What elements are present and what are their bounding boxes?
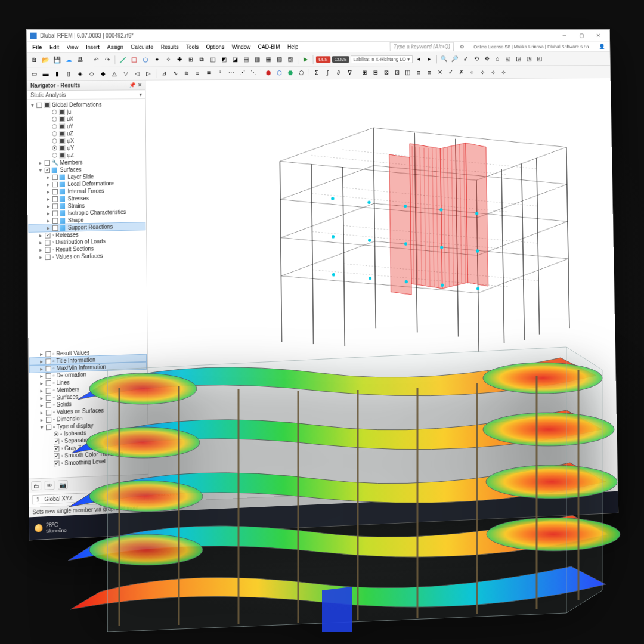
analysis-type-combo[interactable]: Static Analysis▾ <box>27 90 145 100</box>
tool-icon[interactable]: ▬ <box>41 69 51 79</box>
tool-icon[interactable]: ⊠ <box>381 67 391 77</box>
taskbar-weather[interactable]: 28°C Slunečno <box>35 521 66 534</box>
view-selector[interactable]: 1 - Global XYZ▾ <box>32 490 145 504</box>
nav-prev-icon[interactable]: ◂ <box>414 54 423 64</box>
menu-view[interactable]: View <box>63 43 82 51</box>
pin-icon[interactable]: 📌 <box>129 82 135 88</box>
tool-icon[interactable]: ⌂ <box>493 54 501 63</box>
tool-icon[interactable]: ⟐ <box>467 67 476 77</box>
menu-results[interactable]: Results <box>157 43 182 51</box>
tool-icon[interactable]: ≡ <box>193 69 202 79</box>
tool-icon[interactable]: ▭ <box>29 69 39 79</box>
tool-icon[interactable]: ⋱ <box>249 68 258 78</box>
tool-icon[interactable]: ⧉ <box>197 55 206 65</box>
tool-icon[interactable]: ◩ <box>219 55 229 64</box>
tool-icon[interactable]: ⬡ <box>275 68 284 78</box>
tool-icon[interactable]: ◰ <box>535 54 544 63</box>
nav-view-camera-icon[interactable]: 📷 <box>58 480 68 490</box>
menu-assign[interactable]: Assign <box>104 43 126 51</box>
tool-icon[interactable]: ⧇ <box>425 67 434 77</box>
tool-icon[interactable]: ✚ <box>174 55 184 65</box>
tool-icon[interactable]: ⊿ <box>159 69 169 79</box>
tool-icon[interactable]: ⊞ <box>185 55 195 65</box>
tool-icon[interactable]: ✓ <box>446 67 456 77</box>
cloud-save-icon[interactable]: ☁ <box>64 55 74 65</box>
calculate-icon[interactable]: ▶ <box>301 54 310 64</box>
tool-icon[interactable]: ◫ <box>208 55 218 65</box>
menu-window[interactable]: Window <box>228 43 253 51</box>
tool-icon[interactable]: ∇ <box>345 68 354 78</box>
tool-icon[interactable]: ▨ <box>286 54 295 64</box>
tool-icon[interactable]: ◈ <box>75 69 85 79</box>
tool-icon[interactable] <box>141 55 150 65</box>
tool-icon[interactable]: ◱ <box>503 54 512 63</box>
co-badge[interactable]: CO25 <box>332 56 349 63</box>
tool-icon[interactable]: ⟢ <box>488 67 497 77</box>
user-icon[interactable]: 👤 <box>596 42 608 50</box>
tool-icon[interactable]: ▮ <box>52 69 63 79</box>
menu-file[interactable]: File <box>29 43 45 51</box>
tool-icon[interactable]: ⊟ <box>370 67 380 77</box>
tool-icon[interactable]: ⊡ <box>392 67 402 77</box>
nav-next-icon[interactable]: ▸ <box>425 54 434 64</box>
results-tree[interactable]: ▾🔳 Global Deformations 🔳|u| 🔳uX 🔳uY 🔳uZ … <box>27 99 148 479</box>
menu-options[interactable]: Options <box>203 43 227 51</box>
tool-icon[interactable]: ≋ <box>181 69 191 79</box>
tool-icon[interactable]: ◳ <box>524 54 533 63</box>
uls-badge[interactable]: ULS <box>316 56 330 63</box>
tool-icon[interactable]: ▧ <box>274 54 284 64</box>
tool-icon[interactable]: ⟲ <box>472 54 481 64</box>
menu-calculate[interactable]: Calculate <box>128 43 157 51</box>
tool-icon[interactable]: ⤢ <box>461 54 470 64</box>
menu-edit[interactable]: Edit <box>47 43 63 51</box>
redo-icon[interactable]: ↷ <box>102 55 112 65</box>
tool-icon[interactable]: ∿ <box>170 69 179 79</box>
nav-view-eye-icon[interactable]: 👁 <box>45 481 55 490</box>
tool-icon[interactable]: ⋯ <box>226 68 236 78</box>
tool-icon[interactable] <box>129 55 139 65</box>
panel-close-icon[interactable]: ✕ <box>138 82 142 88</box>
tool-icon[interactable]: ◲ <box>514 54 523 63</box>
print-icon[interactable]: 🖶 <box>75 55 85 65</box>
tool-icon[interactable]: ⬢ <box>264 68 273 78</box>
loadcase-combo[interactable]: Labilität in X-Richtung LO▾ <box>351 55 413 63</box>
tool-icon[interactable]: ✗ <box>457 67 466 77</box>
save-icon[interactable]: 💾 <box>52 55 62 65</box>
tool-icon[interactable]: ⋰ <box>237 68 247 78</box>
navigator-title[interactable]: Navigator - Results 📌✕ <box>27 80 145 91</box>
tool-icon[interactable] <box>118 55 128 65</box>
keyword-search[interactable]: Type a keyword (Alt+Q) <box>390 42 454 51</box>
tool-icon[interactable]: 🔍 <box>439 54 449 64</box>
materials-panel-label[interactable]: Materials <box>154 488 182 499</box>
maximize-button[interactable]: ▢ <box>573 30 590 41</box>
tool-icon[interactable]: ◪ <box>230 54 240 64</box>
tool-icon[interactable]: ≣ <box>204 68 213 78</box>
tool-icon[interactable]: ▤ <box>242 54 251 64</box>
tool-icon[interactable]: ✧ <box>163 55 173 65</box>
new-icon[interactable]: 🗎 <box>29 55 39 65</box>
model-viewport[interactable]: Materials <box>145 78 617 502</box>
tool-icon[interactable]: ◁ <box>132 69 142 79</box>
undo-icon[interactable]: ↶ <box>91 55 100 65</box>
settings-icon[interactable]: ⚙ <box>457 42 467 50</box>
tool-icon[interactable]: ∫ <box>323 68 332 78</box>
open-icon[interactable]: 📂 <box>41 55 51 65</box>
tool-icon[interactable]: ✦ <box>152 55 162 65</box>
tool-icon[interactable]: ▽ <box>121 69 131 79</box>
nav-view-data-icon[interactable]: 🗀 <box>31 481 41 491</box>
tool-icon[interactable]: △ <box>109 69 119 79</box>
tool-icon[interactable]: ⟣ <box>499 67 508 77</box>
tool-icon[interactable]: ✕ <box>435 67 445 77</box>
tool-icon[interactable]: 🔎 <box>450 54 460 64</box>
tool-icon[interactable]: ▯ <box>64 69 74 79</box>
menu-tools[interactable]: Tools <box>183 43 202 51</box>
tool-icon[interactable]: ✥ <box>482 54 491 64</box>
tool-icon[interactable]: ⬣ <box>286 68 295 78</box>
menu-insert[interactable]: Insert <box>83 43 103 51</box>
tool-icon[interactable]: ⬠ <box>297 68 306 78</box>
tool-icon[interactable]: ▦ <box>264 54 273 64</box>
tool-icon[interactable]: ⧈ <box>414 67 423 77</box>
tool-icon[interactable]: Σ <box>312 68 321 78</box>
tool-icon[interactable]: ⊞ <box>360 68 369 78</box>
menu-help[interactable]: Help <box>284 43 302 51</box>
